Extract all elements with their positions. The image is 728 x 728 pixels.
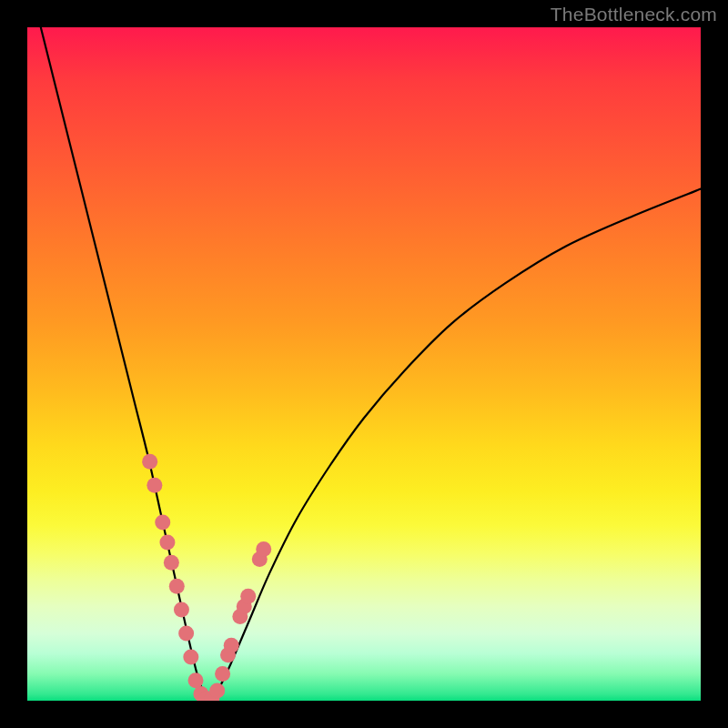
sample-dot bbox=[240, 589, 256, 604]
sample-dot bbox=[188, 672, 204, 688]
sample-dot bbox=[169, 579, 185, 594]
bottleneck-curve bbox=[41, 27, 701, 701]
chart-svg bbox=[27, 27, 701, 701]
sample-dot bbox=[183, 649, 198, 664]
sample-dot bbox=[147, 478, 162, 493]
sample-dot bbox=[155, 514, 170, 530]
sample-dots-group bbox=[142, 454, 271, 701]
sample-dot bbox=[256, 541, 271, 557]
plot-area bbox=[27, 27, 701, 701]
sample-dot bbox=[215, 666, 230, 682]
sample-dot bbox=[224, 638, 239, 653]
sample-dot bbox=[142, 454, 157, 470]
sample-dot bbox=[159, 535, 175, 551]
sample-dot bbox=[178, 626, 194, 642]
sample-dot bbox=[209, 682, 225, 698]
sample-dot bbox=[174, 602, 189, 618]
chart-frame: TheBottleneck.com bbox=[0, 0, 728, 728]
watermark-text: TheBottleneck.com bbox=[551, 4, 717, 25]
sample-dot bbox=[164, 555, 179, 571]
